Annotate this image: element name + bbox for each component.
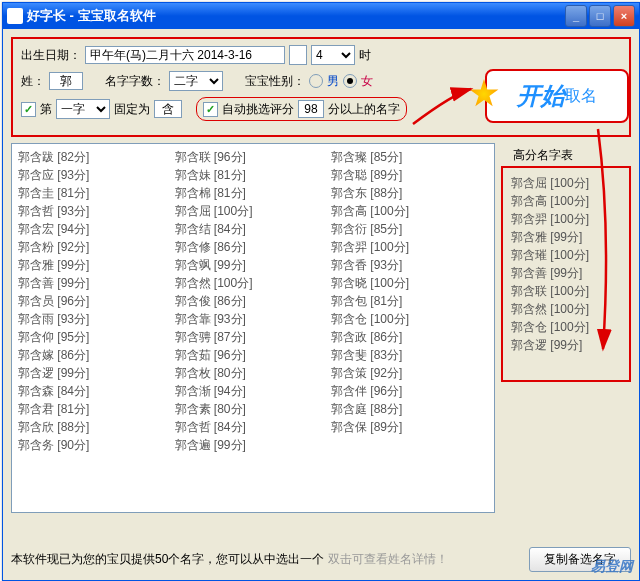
footer-hint: 双击可查看姓名详情！ [328, 552, 448, 566]
hour-select[interactable]: 4 [311, 45, 355, 65]
minimize-button[interactable]: _ [565, 5, 587, 27]
gender-female-radio[interactable] [343, 74, 357, 88]
score-input[interactable] [298, 100, 324, 118]
list-item[interactable]: 郭含香 [93分] [331, 256, 488, 274]
list-item[interactable]: 郭含屈 [100分] [175, 202, 332, 220]
high-score-item[interactable]: 郭含善 [99分] [511, 264, 621, 282]
gender-female-label: 女 [361, 73, 373, 90]
list-item[interactable]: 郭含森 [84分] [18, 382, 175, 400]
birth-input[interactable] [85, 46, 285, 64]
list-item[interactable]: 郭含然 [100分] [175, 274, 332, 292]
list-item[interactable]: 郭含善 [99分] [18, 274, 175, 292]
list-item[interactable]: 郭含遍 [99分] [175, 436, 332, 454]
list-item[interactable]: 郭含应 [93分] [18, 166, 175, 184]
list-item[interactable]: 郭含哲 [84分] [175, 418, 332, 436]
list-item[interactable]: 郭含晓 [100分] [331, 274, 488, 292]
position-select[interactable]: 一字 [56, 99, 110, 119]
list-item[interactable]: 郭含妹 [81分] [175, 166, 332, 184]
maximize-button[interactable]: □ [589, 5, 611, 27]
high-score-header: 高分名字表 [513, 147, 631, 164]
fix-char-input[interactable] [154, 100, 182, 118]
high-score-item[interactable]: 郭含高 [100分] [511, 192, 621, 210]
hour-unit: 时 [359, 47, 371, 64]
list-item[interactable]: 郭含茹 [96分] [175, 346, 332, 364]
list-item[interactable]: 郭含欣 [88分] [18, 418, 175, 436]
fix-di: 第 [40, 101, 52, 118]
charcount-label: 名字字数： [105, 73, 165, 90]
list-item[interactable]: 郭含聪 [89分] [331, 166, 488, 184]
list-item[interactable]: 郭含飒 [99分] [175, 256, 332, 274]
results-area: 郭含跋 [82分]郭含联 [96分]郭含璨 [85分]郭含应 [93分]郭含妹 … [11, 143, 631, 513]
list-item[interactable]: 郭含素 [80分] [175, 400, 332, 418]
list-item[interactable]: 郭含哲 [93分] [18, 202, 175, 220]
high-score-item[interactable]: 郭含联 [100分] [511, 282, 621, 300]
list-item[interactable]: 郭含修 [86分] [175, 238, 332, 256]
auto-filter-group: ✓ 自动挑选评分 分以上的名字 [196, 97, 407, 121]
list-item[interactable]: 郭含高 [100分] [331, 202, 488, 220]
gender-label: 宝宝性别： [245, 73, 305, 90]
high-score-item[interactable]: 郭含屈 [100分] [511, 174, 621, 192]
close-button[interactable]: × [613, 5, 635, 27]
window-buttons: _ □ × [565, 5, 635, 27]
list-item[interactable]: 郭含嫁 [86分] [18, 346, 175, 364]
high-score-item[interactable]: 郭含雅 [99分] [511, 228, 621, 246]
start-button[interactable]: 开始取名 [485, 69, 629, 123]
start-small: 取名 [565, 86, 597, 107]
list-item[interactable]: 郭含保 [89分] [331, 418, 488, 436]
charcount-select[interactable]: 二字 [169, 71, 223, 91]
list-item[interactable]: 郭含衍 [85分] [331, 220, 488, 238]
list-item[interactable]: 郭含庭 [88分] [331, 400, 488, 418]
high-score-item[interactable]: 郭含仓 [100分] [511, 318, 621, 336]
gender-male-label: 男 [327, 73, 339, 90]
list-item[interactable]: 郭含宏 [94分] [18, 220, 175, 238]
auto-checkbox[interactable]: ✓ [203, 102, 218, 117]
list-item[interactable]: 郭含璨 [85分] [331, 148, 488, 166]
calendar-icon[interactable] [289, 45, 307, 65]
list-item[interactable]: 郭含东 [88分] [331, 184, 488, 202]
high-score-item[interactable]: 郭含羿 [100分] [511, 210, 621, 228]
high-score-item[interactable]: 郭含璀 [100分] [511, 246, 621, 264]
high-score-item[interactable]: 郭含逻 [99分] [511, 336, 621, 354]
list-item[interactable]: 郭含雨 [93分] [18, 310, 175, 328]
surname-label: 姓： [21, 73, 45, 90]
list-item[interactable]: 郭含包 [81分] [331, 292, 488, 310]
list-item[interactable]: 郭含棉 [81分] [175, 184, 332, 202]
list-item[interactable]: 郭含俊 [86分] [175, 292, 332, 310]
client-area: 出生日期： 4 时 姓： 名字字数： 二字 宝宝性别： 男 女 ✓ [3, 29, 639, 580]
sidebar: 高分名字表 郭含屈 [100分]郭含高 [100分]郭含羿 [100分]郭含雅 … [501, 143, 631, 513]
list-item[interactable]: 郭含政 [86分] [331, 328, 488, 346]
list-item[interactable]: 郭含粉 [92分] [18, 238, 175, 256]
birth-label: 出生日期： [21, 47, 81, 64]
start-big: 开始 [517, 80, 565, 112]
list-item[interactable]: 郭含雅 [99分] [18, 256, 175, 274]
list-item[interactable] [331, 436, 488, 454]
list-item[interactable]: 郭含圭 [81分] [18, 184, 175, 202]
list-item[interactable]: 郭含联 [96分] [175, 148, 332, 166]
list-item[interactable]: 郭含君 [81分] [18, 400, 175, 418]
list-item[interactable]: 郭含结 [84分] [175, 220, 332, 238]
titlebar[interactable]: 好字长 - 宝宝取名软件 _ □ × [3, 3, 639, 29]
list-item[interactable]: 郭含策 [92分] [331, 364, 488, 382]
list-item[interactable]: 郭含枚 [80分] [175, 364, 332, 382]
auto-label: 自动挑选评分 [222, 101, 294, 118]
list-item[interactable]: 郭含务 [90分] [18, 436, 175, 454]
list-item[interactable]: 郭含斐 [83分] [331, 346, 488, 364]
list-item[interactable]: 郭含逻 [99分] [18, 364, 175, 382]
fix-checkbox[interactable]: ✓ [21, 102, 36, 117]
list-item[interactable]: 郭含伴 [96分] [331, 382, 488, 400]
surname-input[interactable] [49, 72, 83, 90]
high-score-item[interactable]: 郭含然 [100分] [511, 300, 621, 318]
list-item[interactable]: 郭含仰 [95分] [18, 328, 175, 346]
high-score-list[interactable]: 郭含屈 [100分]郭含高 [100分]郭含羿 [100分]郭含雅 [99分]郭… [501, 166, 631, 382]
list-item[interactable]: 郭含渐 [94分] [175, 382, 332, 400]
list-item[interactable]: 郭含羿 [100分] [331, 238, 488, 256]
list-item[interactable]: 郭含靠 [93分] [175, 310, 332, 328]
app-icon [7, 8, 23, 24]
list-item[interactable]: 郭含跋 [82分] [18, 148, 175, 166]
list-item[interactable]: 郭含仓 [100分] [331, 310, 488, 328]
list-item[interactable]: 郭含骋 [87分] [175, 328, 332, 346]
name-list[interactable]: 郭含跋 [82分]郭含联 [96分]郭含璨 [85分]郭含应 [93分]郭含妹 … [11, 143, 495, 513]
fix-label: 固定为 [114, 101, 150, 118]
list-item[interactable]: 郭含员 [96分] [18, 292, 175, 310]
gender-male-radio[interactable] [309, 74, 323, 88]
